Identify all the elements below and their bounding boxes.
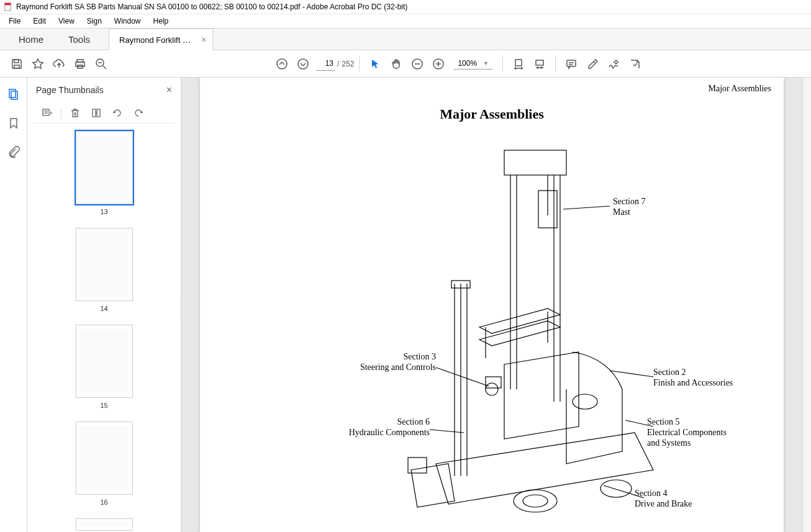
callout-section-3: Section 3 Steering and Controls: [312, 352, 436, 373]
attachments-rail-icon[interactable]: [6, 143, 22, 160]
thumbnails-rail-icon[interactable]: [6, 86, 22, 102]
chevron-down-icon: ▼: [483, 60, 489, 66]
menu-edit[interactable]: Edit: [27, 16, 52, 27]
svg-point-46: [523, 495, 548, 507]
thumbnail-13[interactable]: 13: [27, 131, 181, 215]
document-tab-label: Raymond Forklift S...: [119, 35, 194, 45]
svg-rect-19: [567, 60, 576, 66]
bookmarks-rail-icon[interactable]: [6, 115, 22, 131]
svg-rect-3: [14, 65, 19, 68]
zoom-in-icon[interactable]: [428, 53, 449, 74]
thumbnail-16[interactable]: 16: [27, 422, 181, 506]
svg-point-47: [600, 480, 632, 497]
close-thumbnails-icon[interactable]: ×: [166, 84, 172, 96]
svg-rect-49: [486, 377, 501, 388]
fit-width-icon[interactable]: [508, 53, 529, 74]
forklift-diagram: Section 7 Mast Section 3 Steering and Co…: [256, 141, 728, 526]
thumbnails-toolbar: [34, 102, 174, 124]
selection-arrow-icon[interactable]: [365, 53, 386, 74]
scroll-mode-icon[interactable]: [529, 53, 550, 74]
svg-rect-5: [76, 62, 84, 66]
svg-line-54: [436, 367, 489, 386]
cloud-upload-icon[interactable]: [48, 53, 70, 74]
svg-line-50: [563, 206, 610, 209]
delete-page-icon[interactable]: [68, 106, 83, 120]
svg-line-55: [430, 430, 464, 433]
thumbnails-panel: Page Thumbnails × 13: [27, 78, 181, 532]
page-running-header: Major Assemblies: [709, 84, 772, 94]
pdf-page: Major Assemblies Major Assemblies: [200, 78, 784, 532]
menu-sign[interactable]: Sign: [81, 16, 108, 27]
svg-line-9: [103, 66, 106, 69]
callout-section-4: Section 4 Drive and Brake: [635, 489, 692, 510]
thumbnails-list[interactable]: 13 14 15 16: [27, 124, 181, 532]
svg-rect-28: [97, 109, 100, 117]
svg-rect-17: [515, 60, 522, 66]
save-icon[interactable]: [6, 53, 27, 74]
page-up-icon[interactable]: [271, 53, 292, 74]
thumbnail-15[interactable]: 15: [27, 325, 181, 409]
page-separator: /: [337, 60, 339, 68]
highlight-icon[interactable]: [582, 53, 603, 74]
right-tools-pane-collapsed[interactable]: [802, 78, 811, 532]
thumbnail-14[interactable]: 14: [27, 228, 181, 312]
svg-rect-24: [43, 109, 49, 115]
svg-point-48: [486, 383, 498, 395]
svg-rect-18: [536, 60, 543, 65]
content-area: Page Thumbnails × 13: [0, 78, 811, 532]
document-tab[interactable]: Raymond Forklift S... ×: [109, 29, 213, 50]
document-view[interactable]: Major Assemblies Major Assemblies: [181, 78, 802, 532]
tab-tools[interactable]: Tools: [56, 29, 102, 50]
insert-page-icon[interactable]: [89, 106, 104, 120]
page-down-icon[interactable]: [292, 53, 314, 74]
rotate-cw-icon[interactable]: [131, 106, 146, 120]
callout-section-5: Section 5 Electrical Components and Syst…: [647, 417, 727, 448]
zoom-select[interactable]: 100% ▼: [454, 58, 492, 70]
print-icon[interactable]: [70, 53, 91, 74]
thumbnails-header: Page Thumbnails ×: [27, 78, 181, 102]
callout-section-2: Section 2 Finish and Accessories: [653, 367, 733, 389]
forklift-svg: [256, 141, 728, 526]
thumbnail-next[interactable]: [27, 518, 181, 531]
thumb-options-icon[interactable]: [40, 106, 55, 120]
star-icon[interactable]: [27, 53, 48, 74]
menubar: File Edit View Sign Window Help: [0, 14, 811, 28]
zoom-out-icon[interactable]: [407, 53, 428, 74]
comment-icon[interactable]: [561, 53, 582, 74]
svg-point-43: [573, 394, 597, 409]
zoom-out-magnifier-icon[interactable]: [91, 53, 112, 74]
callout-section-7: Section 7 Mast: [613, 197, 646, 218]
rotate-ccw-icon[interactable]: [110, 106, 125, 120]
window-titlebar: Raymond Forklift SA SB Parts Manual SN S…: [0, 0, 811, 14]
svg-rect-27: [93, 109, 96, 117]
svg-rect-44: [408, 458, 427, 473]
tabbar: Home Tools Raymond Forklift S... ×: [0, 28, 811, 50]
svg-point-45: [514, 490, 557, 512]
window-title: Raymond Forklift SA SB Parts Manual SN S…: [16, 2, 407, 11]
stamp-icon[interactable]: [624, 53, 645, 74]
sign-icon[interactable]: [603, 53, 624, 74]
close-tab-icon[interactable]: ×: [201, 35, 206, 45]
main-toolbar: / 252 100% ▼: [0, 50, 811, 78]
svg-rect-22: [9, 89, 16, 97]
svg-rect-1: [5, 3, 11, 6]
menu-view[interactable]: View: [52, 16, 81, 27]
svg-line-51: [610, 371, 653, 377]
tab-home[interactable]: Home: [6, 29, 56, 50]
svg-rect-23: [11, 91, 17, 99]
menu-file[interactable]: File: [2, 16, 27, 27]
callout-section-6: Section 6 Hydraulic Components: [306, 417, 430, 438]
pdf-file-icon: [4, 2, 12, 11]
svg-rect-30: [504, 150, 566, 175]
svg-rect-2: [14, 60, 19, 63]
zoom-value: 100%: [458, 59, 477, 68]
menu-window[interactable]: Window: [108, 16, 147, 27]
menu-help[interactable]: Help: [147, 16, 175, 27]
thumbnails-title: Page Thumbnails: [36, 85, 104, 95]
page-number-input[interactable]: [316, 57, 335, 71]
svg-point-11: [298, 59, 308, 69]
hand-tool-icon[interactable]: [386, 53, 407, 74]
page-main-title: Major Assemblies: [200, 106, 784, 122]
svg-point-10: [277, 59, 287, 69]
nav-rail: [0, 78, 27, 532]
